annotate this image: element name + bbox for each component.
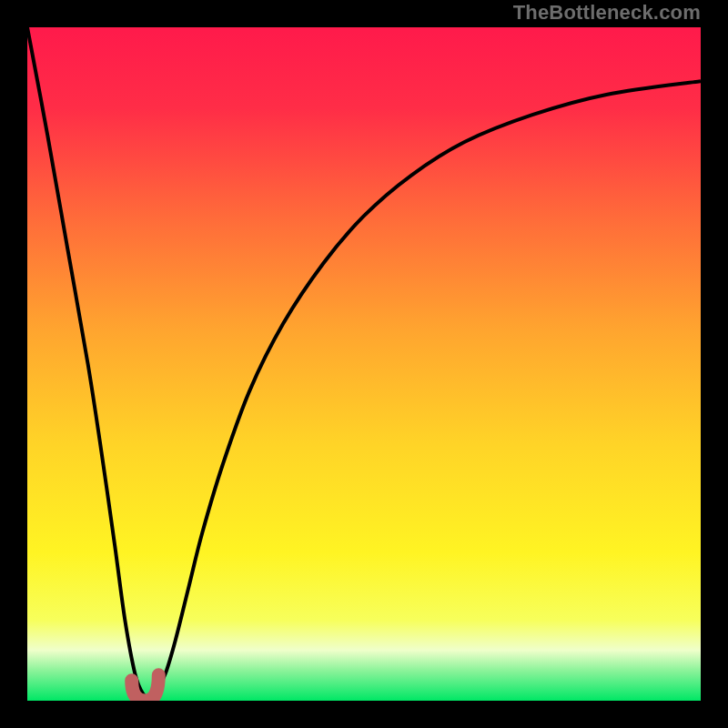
watermark-text: TheBottleneck.com: [513, 1, 701, 25]
chart-svg: [27, 27, 701, 701]
gradient-background: [27, 27, 701, 701]
plot-area: [27, 27, 701, 701]
chart-frame: TheBottleneck.com: [0, 0, 728, 728]
